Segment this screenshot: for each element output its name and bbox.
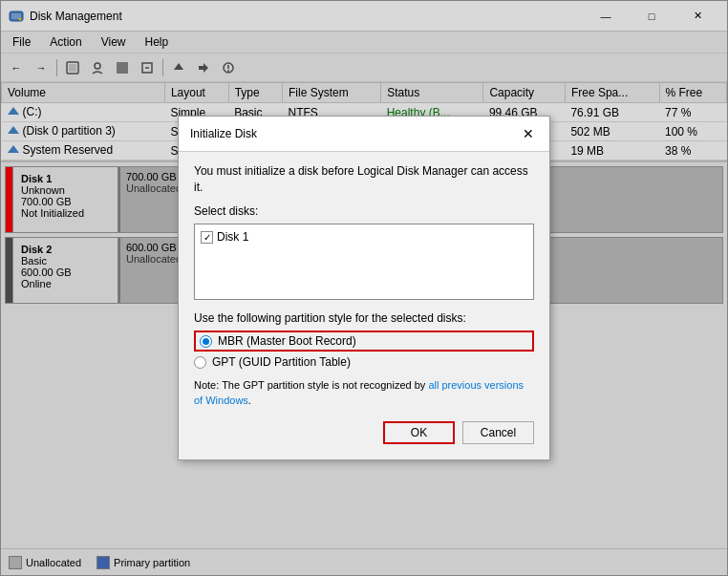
dialog-buttons: OK Cancel [194, 421, 534, 448]
mbr-label: MBR (Master Boot Record) [218, 334, 356, 348]
gpt-option: GPT (GUID Partition Table) [194, 355, 534, 369]
partition-style-label: Use the following partition style for th… [194, 311, 534, 325]
disk-1-checkbox[interactable]: ✓ [201, 231, 213, 244]
dialog-title: Initialize Disk [190, 127, 257, 140]
disk-list-box: ✓ Disk 1 [194, 224, 534, 300]
dialog-overlay: Initialize Disk ✕ You must initialize a … [0, 0, 728, 576]
initialize-disk-dialog: Initialize Disk ✕ You must initialize a … [178, 116, 550, 460]
note-text: Note: The GPT partition style is not rec… [194, 378, 534, 408]
disk-1-label: Disk 1 [217, 230, 248, 244]
dialog-body: You must initialize a disk before Logica… [179, 152, 549, 459]
select-disks-label: Select disks: [194, 204, 534, 218]
gpt-label: GPT (GUID Partition Table) [212, 355, 351, 369]
note-link[interactable]: all previous versions of Windows [194, 379, 524, 405]
disk-list-item: ✓ Disk 1 [199, 228, 529, 245]
mbr-radio[interactable] [200, 335, 212, 348]
dialog-intro-text: You must initialize a disk before Logica… [194, 163, 534, 196]
ok-button[interactable]: OK [383, 421, 455, 444]
gpt-radio[interactable] [194, 356, 206, 369]
dialog-title-bar: Initialize Disk ✕ [179, 117, 549, 152]
mbr-option-container: MBR (Master Boot Record) [194, 331, 534, 352]
partition-radio-group: MBR (Master Boot Record) GPT (GUID Parti… [194, 331, 534, 369]
dialog-close-button[interactable]: ✕ [519, 124, 538, 143]
cancel-button[interactable]: Cancel [462, 421, 534, 444]
